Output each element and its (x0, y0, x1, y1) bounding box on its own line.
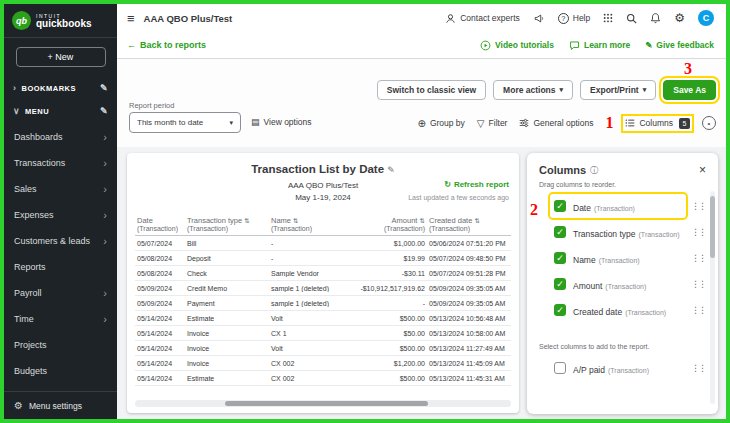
bookmarks-label: BOOKMARKS (22, 84, 95, 93)
checkbox-checked-icon[interactable]: ✓ (554, 226, 566, 238)
checkbox-unchecked-icon[interactable] (554, 362, 566, 374)
search-icon[interactable] (626, 13, 637, 24)
group-by-icon: ⊕ (417, 118, 425, 129)
screenshot-frame: qb INTUIT quickbooks + New › BOOKMARKS ✎… (0, 0, 730, 423)
report-toolbar: Switch to classic view More actions ▾ Ex… (377, 80, 716, 100)
cell-date: 05/14/2024 (135, 345, 185, 352)
columns-count-badge: 5 (679, 118, 690, 129)
edit-menu-icon[interactable]: ✎ (100, 106, 108, 116)
drag-handle-icon[interactable]: ⋮⋮ (685, 279, 705, 289)
give-feedback-link[interactable]: ✎ Give feedback (645, 40, 714, 50)
menu-settings-button[interactable]: ⚙ Menu settings (4, 391, 117, 419)
filter-funnel-icon: ▽ (477, 118, 485, 129)
dropdown-arrow-icon: ▾ (643, 86, 647, 94)
help-button[interactable]: ? Help (558, 13, 590, 24)
drag-handle-icon[interactable]: ⋮⋮ (685, 253, 705, 263)
sidebar-item[interactable]: Projects › (4, 332, 117, 358)
cell-date: 05/09/2024 (135, 285, 185, 292)
columns-button[interactable]: Columns 5 (625, 118, 690, 129)
table-row[interactable]: 05/14/2024 Estimate Volt $500.00 05/13/2… (135, 311, 511, 326)
report-period-select[interactable]: This month to date ▾ (129, 112, 241, 133)
pin-panel-icon[interactable]: • (702, 116, 716, 130)
hamburger-menu-icon[interactable]: ≡ (127, 11, 135, 26)
vertical-scrollbar[interactable] (710, 191, 715, 404)
announcements-megaphone-icon[interactable] (533, 13, 545, 24)
contact-experts-button[interactable]: Contact experts (445, 13, 520, 24)
report-period-label: Report period (129, 101, 174, 110)
column-header[interactable]: Name ⇅ (Transaction) (269, 214, 349, 235)
column-toggle-item[interactable]: ✓ Date(Transaction) ⋮⋮ (527, 193, 718, 219)
sidebar-item[interactable]: Budgets › (4, 358, 117, 384)
menu-settings-label: Menu settings (29, 401, 82, 411)
scrollbar-thumb[interactable] (225, 401, 428, 406)
sidebar-item[interactable]: Reports › (4, 254, 117, 280)
user-avatar[interactable]: C (698, 10, 714, 26)
annotation-number-3: 3 (684, 61, 692, 77)
checkbox-checked-icon[interactable]: ✓ (554, 252, 566, 264)
column-toggle-item[interactable]: ✓ Name(Transaction) ⋮⋮ (527, 245, 718, 271)
close-panel-icon[interactable]: × (699, 163, 706, 177)
table-row[interactable]: 05/14/2024 Invoice CX 1 $50.00 05/13/202… (135, 326, 511, 341)
menu-section[interactable]: ∨ MENU ✎ (4, 99, 117, 122)
quickbooks-brand: qb INTUIT quickbooks (4, 4, 117, 38)
drag-handle-icon[interactable]: ⋮⋮ (685, 305, 705, 315)
sidebar-item[interactable]: Time › (4, 306, 117, 332)
sidebar-item[interactable]: Transactions › (4, 150, 117, 176)
column-header[interactable]: Transaction type ⇅ (Transaction) (185, 214, 269, 235)
column-toggle-item[interactable]: ✓ Amount(Transaction) ⋮⋮ (527, 271, 718, 297)
table-row[interactable]: 05/14/2024 Estimate CX 002 $500.00 05/13… (135, 371, 511, 386)
notifications-bell-icon[interactable] (650, 12, 661, 24)
checkbox-checked-icon[interactable]: ✓ (554, 200, 566, 212)
table-row[interactable]: 05/14/2024 Invoice CX 002 $1,200.00 05/1… (135, 356, 511, 371)
column-toggle-item-unchecked[interactable]: A/P paid(Transaction) ⋮⋮ (527, 355, 718, 381)
video-tutorials-link[interactable]: Video tutorials (480, 40, 554, 51)
general-options-button[interactable]: General options (519, 118, 593, 128)
table-row[interactable]: 05/09/2024 Payment sample 1 (deleted) - … (135, 296, 511, 311)
sidebar-item[interactable]: Dashboards › (4, 124, 117, 150)
sidebar-item[interactable]: Expenses › (4, 202, 117, 228)
save-as-button[interactable]: Save As (663, 80, 716, 100)
learn-more-link[interactable]: Learn more (569, 40, 630, 51)
refresh-report-link[interactable]: ↻ Refresh report (444, 180, 509, 189)
table-row[interactable]: 05/07/2024 Bill - $1,000.00 05/06/2024 0… (135, 236, 511, 251)
column-toggle-item[interactable]: ✓ Created date(Transaction) ⋮⋮ (527, 297, 718, 323)
menu-label: MENU (25, 107, 95, 116)
sidebar-item[interactable]: Payroll › (4, 280, 117, 306)
apps-grid-icon[interactable] (603, 13, 613, 23)
export-print-button[interactable]: Export/Print ▾ (580, 80, 656, 100)
drag-handle-icon[interactable]: ⋮⋮ (685, 363, 705, 373)
cell-date: 05/14/2024 (135, 375, 185, 382)
checkbox-checked-icon[interactable]: ✓ (554, 304, 566, 316)
drag-handle-icon[interactable]: ⋮⋮ (685, 201, 705, 211)
sidebar-item[interactable]: Customers & leads › (4, 228, 117, 254)
bookmarks-section[interactable]: › BOOKMARKS ✎ (4, 76, 117, 99)
settings-gear-icon[interactable]: ⚙ (674, 11, 685, 25)
column-header[interactable]: Date (Transaction) (135, 214, 185, 235)
column-header[interactable]: Created date ⇅ (Transaction) (427, 214, 511, 235)
view-options-button[interactable]: ▤ View options (251, 117, 312, 127)
column-header[interactable]: Amount ⇅ (Transaction) (349, 214, 427, 235)
horizontal-scrollbar[interactable] (135, 400, 511, 407)
pencil-icon: ✎ (645, 40, 652, 50)
table-row[interactable]: 05/14/2024 Invoice Volt $500.00 05/13/20… (135, 341, 511, 356)
edit-bookmarks-icon[interactable]: ✎ (100, 83, 108, 93)
help-label: Help (573, 13, 590, 23)
switch-classic-view-button[interactable]: Switch to classic view (377, 80, 486, 100)
drag-handle-icon[interactable]: ⋮⋮ (685, 227, 705, 237)
sort-icon: ⇅ (244, 217, 249, 224)
group-by-button[interactable]: ⊕ Group by (417, 118, 464, 129)
table-row[interactable]: 05/09/2024 Credit Memo sample 1 (deleted… (135, 281, 511, 296)
scrollbar-thumb[interactable] (710, 196, 715, 258)
table-row[interactable]: 05/08/2024 Check Sample Vendor -$30.11 0… (135, 266, 511, 281)
back-to-reports-link[interactable]: ← Back to reports (127, 40, 206, 50)
sidebar-item[interactable]: Sales › (4, 176, 117, 202)
edit-title-icon[interactable]: ✎ (387, 165, 395, 175)
column-toggle-item[interactable]: ✓ Transaction type(Transaction) ⋮⋮ (527, 219, 718, 245)
columns-panel-title: Columns (539, 164, 586, 176)
new-button[interactable]: + New (16, 47, 106, 67)
table-row[interactable]: 05/08/2024 Deposit - $19.99 05/07/2024 0… (135, 251, 511, 266)
cell-date: 05/14/2024 (135, 330, 185, 337)
more-actions-button[interactable]: More actions ▾ (493, 80, 573, 100)
checkbox-checked-icon[interactable]: ✓ (554, 278, 566, 290)
filter-button[interactable]: ▽ Filter (477, 118, 508, 129)
